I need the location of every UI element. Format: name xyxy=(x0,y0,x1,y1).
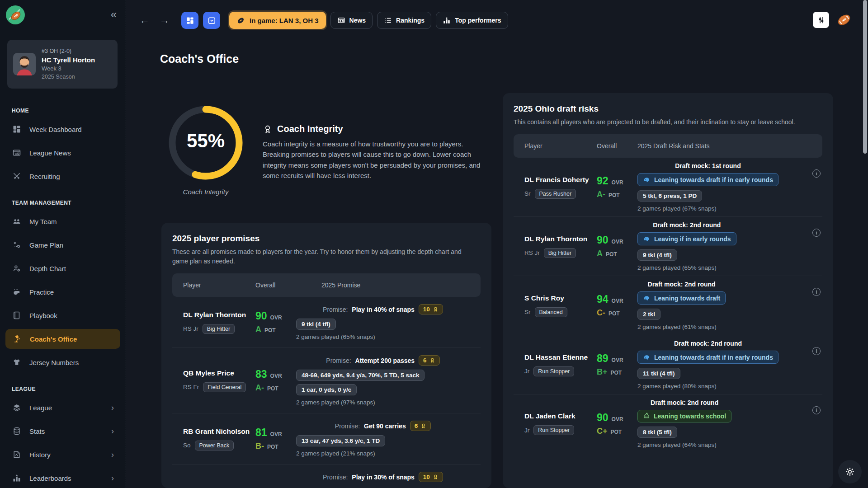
info-icon[interactable]: i xyxy=(812,406,821,414)
sidebar-item-my-team[interactable]: My Team xyxy=(0,210,126,233)
sidebar-item-league[interactable]: League › xyxy=(0,396,126,419)
risk-text: Leaning towards school xyxy=(654,413,726,420)
inbox-button[interactable] xyxy=(203,12,220,29)
info-icon[interactable]: i xyxy=(812,288,821,296)
pot-label: POT xyxy=(606,251,617,258)
sidebar-collapse-icon[interactable]: « xyxy=(111,9,117,20)
potential-grade: B- xyxy=(255,441,264,451)
sidebar-item-label: Game Plan xyxy=(29,241,63,249)
stat-chip: 11 tkl (4 tfl) xyxy=(637,368,680,379)
overall-rating: 81 xyxy=(255,427,267,439)
sidebar-item-week-dashboard[interactable]: Week Dashboard xyxy=(0,117,126,141)
back-button[interactable]: ← xyxy=(137,14,152,27)
main-content: ← → In game: LAN 3, OH 3 News xyxy=(126,0,868,488)
table-row[interactable]: RB Grant Nicholson So Power Back 81OVR B… xyxy=(172,413,481,465)
info-icon[interactable]: i xyxy=(812,169,821,178)
coach-name: HC Tyrell Horton xyxy=(42,55,95,65)
sidebar-item-recruiting[interactable]: Recruiting xyxy=(0,164,126,188)
layers-icon xyxy=(12,403,22,412)
sidebar: « #3 OH (2-0) HC Tyrell Horton Week 3 20… xyxy=(0,0,126,488)
player-name: S Chris Roy xyxy=(524,294,597,302)
sidebar-item-game-plan[interactable]: Game Plan xyxy=(0,233,126,257)
table-row[interactable]: DL Rylan Thornton RS Jr Big Hitter 90OVR… xyxy=(172,297,481,348)
promise-count-badge[interactable]: 10 xyxy=(419,472,443,482)
coach-integrity-info: Coach Integrity Coach integrity is a mea… xyxy=(263,124,491,181)
info-icon[interactable]: i xyxy=(812,347,821,355)
rankings-button[interactable]: Rankings xyxy=(377,12,431,29)
draft-risk-chip[interactable]: Leaning towards draft if in early rounds xyxy=(637,351,778,364)
nav-section-home: HOME xyxy=(0,102,126,117)
promise-count-badge[interactable]: 10 xyxy=(419,304,443,314)
app-logo-football-icon[interactable] xyxy=(6,5,25,24)
top-performers-button[interactable]: Top performers xyxy=(436,12,508,29)
sidebar-item-label: League News xyxy=(29,149,71,157)
sidebar-item-history[interactable]: History › xyxy=(0,443,126,466)
coach-profile-card[interactable]: #3 OH (2-0) HC Tyrell Horton Week 3 2025… xyxy=(7,40,118,89)
football-emoji-icon[interactable] xyxy=(836,12,852,28)
info-icon[interactable]: i xyxy=(812,229,821,237)
promises-subtitle: These are all promises made to players f… xyxy=(172,247,462,266)
player-class: Sr xyxy=(524,190,531,197)
page-scrollbar[interactable] xyxy=(863,0,867,488)
sidebar-item-stats[interactable]: Stats › xyxy=(0,419,126,443)
display-settings-button[interactable] xyxy=(813,12,829,28)
sidebar-item-coachs-office[interactable]: Coach's Office xyxy=(5,329,120,349)
dashboard-icon xyxy=(186,16,194,25)
promise-text: Play in 30% of snaps xyxy=(352,474,415,481)
sidebar-item-practice[interactable]: Practice xyxy=(0,280,126,304)
helmet-icon xyxy=(643,176,651,183)
school-risk-chip[interactable]: Leaning towards school xyxy=(637,410,731,422)
promise-count-badge[interactable]: 6 xyxy=(410,421,431,431)
player-class: So xyxy=(183,442,191,449)
promise-count-badge[interactable]: 6 xyxy=(419,355,440,366)
sidebar-item-leaderboards[interactable]: Leaderboards › xyxy=(0,466,126,488)
promise-text: Attempt 200 passes xyxy=(355,357,415,364)
col-draft-risk: 2025 Draft Risk and Stats xyxy=(637,142,811,150)
table-row[interactable]: DL Jaden Clark Jr Run Stopper 90OVR C+PO… xyxy=(514,394,822,453)
scrollbar-thumb[interactable] xyxy=(863,0,867,154)
ovr-label: OVR xyxy=(612,416,623,422)
ovr-label: OVR xyxy=(270,314,282,321)
table-row[interactable]: DL Rylan Thornton RS Jr Big Hitter 90OVR… xyxy=(514,217,822,276)
promise-prefix: Promise: xyxy=(326,357,351,364)
table-row[interactable]: DL Francis Doherty Sr Pass Rusher 92OVR … xyxy=(514,158,822,217)
col-overall: Overall xyxy=(255,282,296,289)
promise-text: Get 90 carries xyxy=(364,422,406,430)
potential-grade: A- xyxy=(255,383,264,393)
table-row[interactable]: DL Hassan Etienne Jr Run Stopper 89OVR B… xyxy=(514,335,822,394)
school-icon xyxy=(643,413,650,420)
pot-label: POT xyxy=(611,429,622,435)
overall-rating: 89 xyxy=(597,352,609,365)
in-game-status-button[interactable]: In game: LAN 3, OH 3 xyxy=(229,12,326,29)
sidebar-item-league-news[interactable]: League News xyxy=(0,141,126,164)
draft-risk-chip[interactable]: Leaning towards draft if in early rounds xyxy=(637,173,778,186)
archetype-badge: Big Hitter xyxy=(544,248,576,258)
table-row[interactable]: S Chris Roy Sr Balanced 94OVR C-POT Draf… xyxy=(514,276,822,335)
news-button[interactable]: News xyxy=(330,12,373,29)
crossed-swords-icon xyxy=(12,172,22,181)
sidebar-item-jersey-numbers[interactable]: Jersey Numbers xyxy=(0,351,126,374)
sidebar-item-label: Depth Chart xyxy=(29,265,66,272)
archetype-badge: Power Back xyxy=(195,441,234,450)
toolbar-right xyxy=(813,12,852,28)
draft-risk-chip[interactable]: Leaving if in early rounds xyxy=(637,232,736,245)
integrity-description: Coach integrity is a measure of how trus… xyxy=(263,139,491,181)
games-played: 2 games played (67% snaps) xyxy=(637,205,717,212)
table-row[interactable]: Promise: Play in 30% of snaps 10 xyxy=(172,465,481,488)
dashboard-view-button[interactable] xyxy=(181,12,198,29)
forward-button[interactable]: → xyxy=(157,14,172,27)
games-played: 2 games played (21% snaps) xyxy=(296,450,375,457)
potential-grade: A xyxy=(597,249,603,258)
integrity-caption: Coach Integrity xyxy=(166,188,245,196)
table-row[interactable]: QB Myles Price RS Fr Field General 83OVR… xyxy=(172,348,481,413)
sidebar-item-depth-chart[interactable]: Depth Chart xyxy=(0,257,126,280)
potential-grade: C+ xyxy=(597,427,608,436)
team-rank-record: #3 OH (2-0) xyxy=(42,47,95,56)
stat-chip: 1 car, 0 yds, 0 y/c xyxy=(296,384,357,395)
draft-risk-chip[interactable]: Leaning towards draft xyxy=(637,291,726,305)
ovr-label: OVR xyxy=(612,179,623,186)
sidebar-item-label: Stats xyxy=(29,427,45,435)
sidebar-item-playbook[interactable]: Playbook xyxy=(0,304,126,327)
player-name: DL Jaden Clark xyxy=(524,412,597,420)
settings-fab-button[interactable] xyxy=(838,460,862,483)
